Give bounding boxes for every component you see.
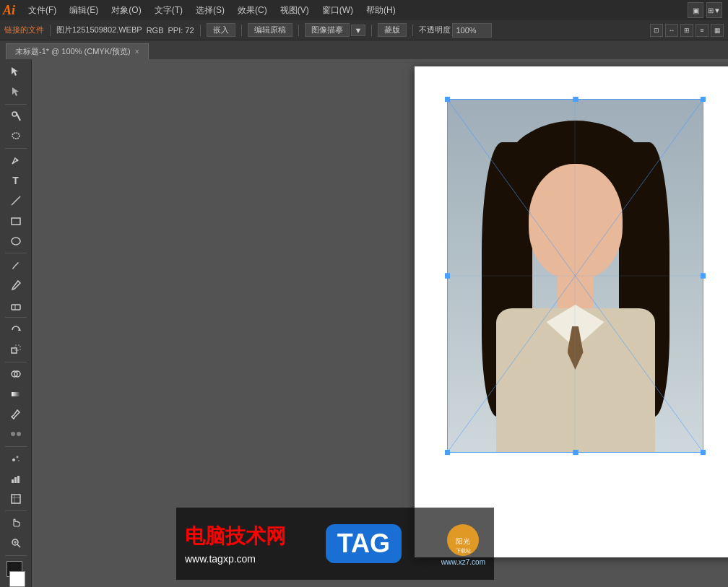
image-trace-dropdown[interactable]: ▼ xyxy=(351,25,366,36)
svg-point-3 xyxy=(16,160,18,162)
document-tab[interactable]: 未标题-1* @ 100% (CMYK/预览) × xyxy=(6,43,149,59)
shape-builder-button[interactable] xyxy=(2,365,30,384)
tool-sep-4 xyxy=(5,317,27,318)
color-swatch-area xyxy=(2,561,30,587)
menu-right-icons: ▣ ⊞▼ xyxy=(688,2,722,18)
svg-rect-22 xyxy=(17,476,20,483)
blend-button[interactable] xyxy=(2,425,30,444)
svg-point-18 xyxy=(16,456,18,458)
rect-tool-button[interactable] xyxy=(2,211,30,230)
align-icon[interactable]: ⊡ xyxy=(650,24,663,37)
tab-close-button[interactable]: × xyxy=(135,48,139,56)
tab-bar: 未标题-1* @ 100% (CMYK/预览) × xyxy=(0,40,728,59)
photo-background xyxy=(447,99,703,453)
eraser-button[interactable] xyxy=(2,295,30,315)
menu-file[interactable]: 文件(F) xyxy=(22,3,62,18)
tool-sep-3 xyxy=(5,253,27,253)
hand-button[interactable] xyxy=(2,513,30,533)
pencil-button[interactable] xyxy=(2,276,30,295)
svg-text:阳光: 阳光 xyxy=(456,537,470,545)
tool-sep-6 xyxy=(5,446,27,447)
artboard-button[interactable] xyxy=(2,489,30,508)
main-area: T xyxy=(0,59,728,587)
ppi-value: PPI: 72 xyxy=(168,26,194,35)
paintbrush-button[interactable] xyxy=(2,256,30,275)
photo-container xyxy=(447,99,703,453)
transform-icon[interactable]: ↔ xyxy=(665,24,678,37)
lossless-button[interactable]: 菱版 xyxy=(378,23,407,37)
toolbar: T xyxy=(0,59,32,587)
link-file-label[interactable]: 链接的文件 xyxy=(4,25,44,35)
background-color[interactable] xyxy=(9,571,25,587)
svg-point-17 xyxy=(12,458,15,461)
svg-rect-7 xyxy=(12,305,20,310)
direct-selection-button[interactable] xyxy=(2,82,30,102)
svg-text:下载站: 下载站 xyxy=(456,548,471,553)
symbol-sprayer-button[interactable] xyxy=(2,449,30,469)
watermark-tag: TAG xyxy=(326,524,402,563)
face xyxy=(529,164,623,279)
svg-point-19 xyxy=(18,460,20,461)
menu-help[interactable]: 帮助(H) xyxy=(360,3,402,18)
sep3 xyxy=(241,25,242,36)
svg-rect-14 xyxy=(12,392,20,396)
person-figure xyxy=(474,121,677,453)
svg-rect-20 xyxy=(12,479,14,483)
selection-tool-button[interactable] xyxy=(2,62,30,82)
watermark-site-name: 电脑技术网 xyxy=(185,523,286,550)
gradient-button[interactable] xyxy=(2,384,30,404)
sep1 xyxy=(50,25,51,36)
pen-tool-button[interactable] xyxy=(2,151,30,170)
image-trace-button[interactable]: 图像描摹 xyxy=(305,23,350,37)
tool-sep-7 xyxy=(5,510,27,511)
watermark-text-area: 电脑技术网 www.tagxp.com xyxy=(185,523,286,565)
sep2 xyxy=(200,25,201,36)
svg-rect-5 xyxy=(12,218,20,225)
svg-line-27 xyxy=(17,544,20,547)
svg-rect-21 xyxy=(14,477,17,483)
menu-view[interactable]: 视图(V) xyxy=(274,3,315,18)
scale-button[interactable] xyxy=(2,340,30,360)
svg-point-2 xyxy=(12,133,20,139)
menu-select[interactable]: 选择(S) xyxy=(190,3,230,18)
properties-bar: 链接的文件 图片1251509802.WEBP RGB PPI: 72 嵌入 编… xyxy=(0,20,728,40)
magic-wand-button[interactable] xyxy=(2,107,30,126)
rotate-button[interactable] xyxy=(2,320,30,339)
artboard xyxy=(415,66,728,557)
app-logo: Ai xyxy=(3,3,15,18)
opacity-label: 不透明度 xyxy=(419,25,451,35)
svg-point-6 xyxy=(12,238,20,245)
type-tool-button[interactable]: T xyxy=(2,171,30,191)
neck xyxy=(558,272,594,308)
menu-window[interactable]: 窗口(W) xyxy=(316,3,359,18)
menu-effect[interactable]: 效果(C) xyxy=(232,3,273,18)
watermark-logo: 阳光 下载站 www.xz7.com xyxy=(441,522,485,566)
lasso-button[interactable] xyxy=(2,126,30,146)
tool-sep-1 xyxy=(5,104,27,105)
watermark-url: www.tagxp.com xyxy=(185,553,286,565)
edit-original-button[interactable]: 编辑原稿 xyxy=(248,23,292,37)
svg-line-4 xyxy=(12,196,20,205)
pathfinder-icon[interactable]: ⊞ xyxy=(680,24,693,37)
ellipse-tool-button[interactable] xyxy=(2,231,30,251)
watermark-logo-url: www.xz7.com xyxy=(441,558,485,566)
svg-point-16 xyxy=(17,432,21,436)
tool-sep-2 xyxy=(5,148,27,149)
zoom-button[interactable] xyxy=(2,534,30,553)
panel-toggle[interactable]: ▦ xyxy=(711,24,724,37)
embed-button[interactable]: 嵌入 xyxy=(207,23,235,37)
color-mode: RGB xyxy=(147,26,164,35)
tool-sep-5 xyxy=(5,362,27,362)
menu-edit[interactable]: 编辑(E) xyxy=(64,3,104,18)
column-graph-button[interactable] xyxy=(2,469,30,489)
svg-rect-23 xyxy=(12,495,20,503)
line-tool-button[interactable] xyxy=(2,191,30,211)
arrange-icon[interactable]: ▣ xyxy=(688,2,703,18)
menu-object[interactable]: 对象(O) xyxy=(105,3,147,18)
workspace-icon[interactable]: ⊞▼ xyxy=(706,2,722,18)
menu-type[interactable]: 文字(T) xyxy=(149,3,188,18)
eyedropper-button[interactable] xyxy=(2,404,30,424)
tool-sep-8 xyxy=(5,555,27,556)
opacity-input[interactable] xyxy=(452,23,492,38)
more-icon[interactable]: ≡ xyxy=(696,24,708,37)
